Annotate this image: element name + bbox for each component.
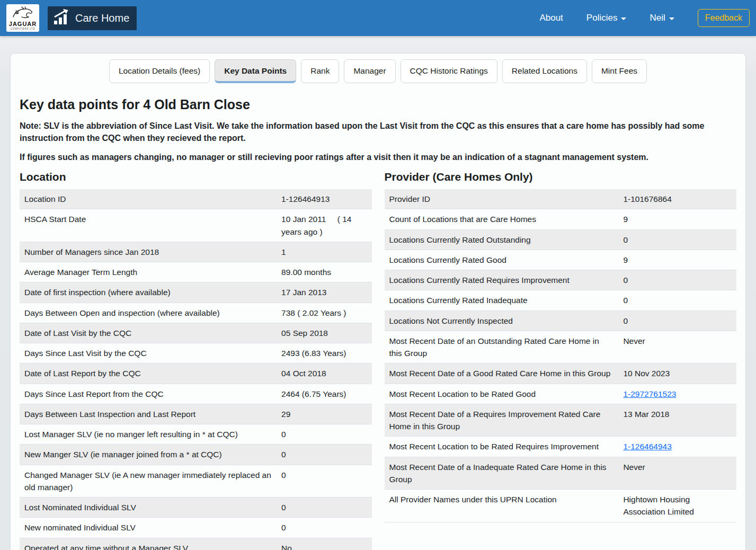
row-value: 89.00 months [277, 262, 371, 282]
jaguar-logo-icon [11, 5, 34, 21]
row-label: Lost Nominated Individual SLV [20, 498, 277, 518]
row-value: 05 Sep 2018 [277, 323, 371, 343]
table-row: Number of Managers since Jan 2018 1 [20, 242, 372, 262]
row-label: Operated at any time without a Manager S… [20, 538, 277, 550]
data-tables: Location Location ID 1-126464913 HSCA St… [20, 171, 736, 550]
row-label: Locations Currently Rated Inadequate [385, 290, 619, 311]
table-row: New Manger SLV (ie manager joined from a… [20, 445, 372, 465]
table-row: Date of Last Report by the CQC 04 Oct 20… [20, 363, 372, 384]
nav-user-dropdown[interactable]: Neil [650, 13, 674, 23]
care-home-logo[interactable]: Care Home [48, 6, 137, 30]
provider-table: Provider ID 1-101676864 Count of Locatio… [385, 189, 737, 522]
table-row: Locations Not Currently Inspected 0 [385, 311, 737, 331]
table-row: Locations Currently Rated Good 9 [385, 250, 737, 270]
navbar: JAGUAR COMPUTERS LTD Care Home About Pol… [0, 0, 756, 36]
table-row: Changed Manager SLV (ie A new manager im… [20, 465, 372, 498]
row-value: No [277, 538, 371, 550]
row-value: 9 [618, 250, 736, 270]
row-value: 17 Jan 2013 [277, 282, 371, 303]
row-label: Most Recent Location to be Rated Require… [385, 437, 619, 457]
tab-mint-fees[interactable]: Mint Fees [592, 59, 647, 83]
table-row: Average Manager Term Length 89.00 months [20, 262, 372, 282]
location-link[interactable]: 1-126464943 [623, 442, 671, 451]
row-value: 1 [277, 242, 371, 262]
row-value: 738 ( 2.02 Years ) [277, 303, 371, 323]
row-label: Provider ID [385, 189, 619, 209]
row-value: Never [618, 457, 736, 490]
row-value: 1-101676864 [618, 189, 736, 209]
row-label: Days Since Last Visit by the CQC [20, 343, 277, 363]
row-label: Days Between Open and inspection (where … [20, 303, 277, 323]
row-label: Date of Last Report by the CQC [20, 363, 277, 384]
nav-policies-dropdown[interactable]: Policies [586, 13, 627, 23]
row-label: Days Since Last Report from the CQC [20, 384, 277, 404]
chevron-down-icon [621, 17, 626, 20]
row-label: Locations Currently Rated Outstanding [385, 229, 619, 250]
row-label: Date of first inspection (where availabl… [20, 282, 277, 303]
row-value: 1-126464913 [277, 189, 371, 209]
table-row: Lost Manager SLV (ie no manger left resu… [20, 424, 372, 445]
note-stagnant-management: If figures such as managers changing, no… [20, 151, 724, 163]
table-row: Most Recent Date of a Requires Improveme… [385, 404, 737, 437]
table-row: Most Recent Date of an Outstanding Rated… [385, 331, 737, 363]
feedback-button[interactable]: Feedback [698, 9, 750, 27]
row-label: New Manger SLV (ie manager joined from a… [20, 445, 277, 465]
row-label: Most Recent Date of a Inadequate Rated C… [385, 457, 619, 490]
table-row: Location ID 1-126464913 [20, 189, 372, 209]
row-label: Most Recent Date of a Good Rated Care Ho… [385, 363, 619, 384]
tab-rank[interactable]: Rank [301, 59, 339, 83]
location-link[interactable]: 1-2972761523 [623, 389, 676, 398]
table-row: Days Between Open and inspection (where … [20, 303, 372, 323]
tab-location-details-fees[interactable]: Location Details (fees) [109, 59, 210, 83]
nav-user-label: Neil [650, 13, 665, 23]
row-label: HSCA Start Date [20, 209, 277, 242]
tab-cqc-historic-ratings[interactable]: CQC Historic Ratings [401, 59, 497, 83]
provider-section-title: Provider (Care Homes Only) [385, 171, 737, 183]
row-value: 0 [618, 229, 736, 250]
chevron-down-icon [669, 17, 674, 20]
care-home-brand-text: Care Home [75, 12, 129, 24]
table-row: Operated at any time without a Manager S… [20, 538, 372, 550]
row-label: New nominated Individual SLV [20, 518, 277, 538]
jaguar-brand-subtext: COMPUTERS LTD [11, 27, 35, 31]
row-value: 0 [618, 311, 736, 331]
row-value: 9 [618, 209, 736, 229]
row-label: Count of Locations that are Care Homes [385, 209, 619, 229]
nav-policies-label: Policies [586, 13, 618, 23]
row-label: Number of Managers since Jan 2018 [20, 242, 277, 262]
table-row: New nominated Individual SLV 0 [20, 518, 372, 538]
row-label: Locations Currently Rated Good [385, 250, 619, 270]
table-row: Days Since Last Visit by the CQC 2493 (6… [20, 343, 372, 363]
table-row: Locations Currently Rated Inadequate 0 [385, 290, 737, 311]
row-value: 0 [277, 465, 371, 498]
table-row: Most Recent Location to be Rated Good 1-… [385, 384, 737, 404]
tab-key-data-points[interactable]: Key Data Points [215, 59, 296, 83]
location-section-title: Location [20, 171, 372, 183]
row-value: Never [618, 331, 736, 363]
row-value: 0 [618, 270, 736, 290]
row-value: 0 [277, 518, 371, 538]
row-value: 10 Nov 2023 [618, 363, 736, 384]
row-label: Changed Manager SLV (ie A new manager im… [20, 465, 277, 498]
row-value: 2493 (6.83 Years) [277, 343, 371, 363]
table-row: Date of Last Visit by the CQC 05 Sep 201… [20, 323, 372, 343]
tab-related-locations[interactable]: Related Locations [502, 59, 587, 83]
row-label: Most Recent Date of an Outstanding Rated… [385, 331, 619, 363]
table-row: Days Since Last Report from the CQC 2464… [20, 384, 372, 404]
row-label: Lost Manager SLV (ie no manger left resu… [20, 424, 277, 445]
row-value: 0 [618, 290, 736, 311]
row-label: Locations Currently Rated Requires Impro… [385, 270, 619, 290]
row-value: Hightown Housing Association Limited [618, 490, 736, 522]
nav-about[interactable]: About [539, 13, 563, 23]
tab-manager[interactable]: Manager [344, 59, 395, 83]
row-label: Location ID [20, 189, 277, 209]
table-row: Days Between Last Inspection and Last Re… [20, 404, 372, 424]
row-value: 1-126464943 [618, 437, 736, 457]
jaguar-brand-text: JAGUAR [9, 21, 37, 27]
jaguar-logo[interactable]: JAGUAR COMPUTERS LTD [6, 4, 39, 32]
row-value: 0 [277, 424, 371, 445]
row-label: Most Recent Date of a Requires Improveme… [385, 404, 619, 437]
table-row: All Provider Names under this UPRN Locat… [385, 490, 737, 522]
content-card: Location Details (fees) Key Data Points … [10, 53, 746, 550]
table-row: Most Recent Date of a Inadequate Rated C… [385, 457, 737, 490]
